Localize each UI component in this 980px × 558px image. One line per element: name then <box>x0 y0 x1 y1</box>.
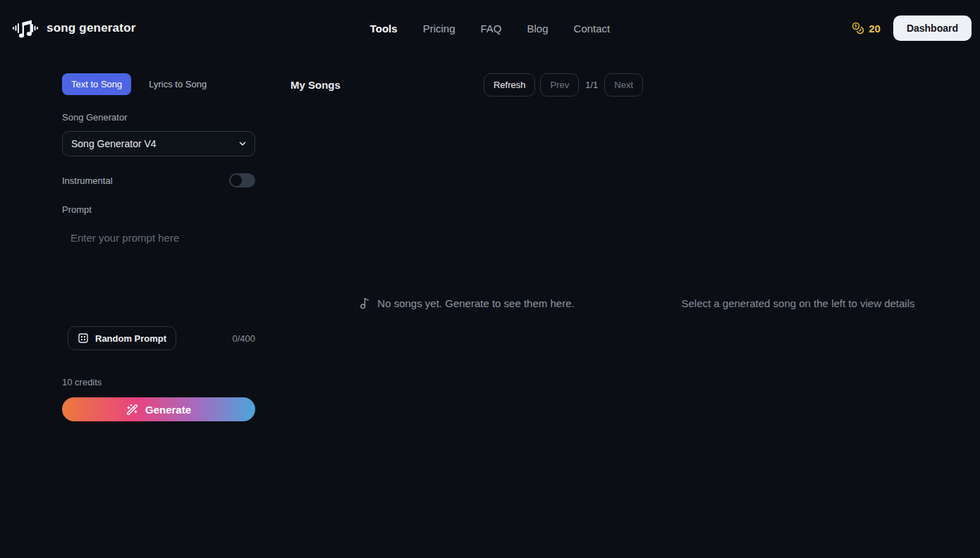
model-label: Song Generator <box>62 112 255 123</box>
songs-empty-state: No songs yet. Generate to see them here. <box>290 96 643 510</box>
credits-badge: 20 <box>852 22 881 35</box>
brand[interactable]: song generator <box>11 14 136 42</box>
dashboard-button[interactable]: Dashboard <box>893 16 972 41</box>
top-navbar: song generator Tools Pricing FAQ Blog Co… <box>0 0 980 56</box>
random-prompt-label: Random Prompt <box>95 333 166 344</box>
tab-lyrics-to-song[interactable]: Lyrics to Song <box>140 73 216 95</box>
main-content: Text to Song Lyrics to Song Song Generat… <box>0 56 980 510</box>
refresh-button[interactable]: Refresh <box>484 73 536 97</box>
model-select-wrap: Song Generator V4 <box>62 131 255 156</box>
instrumental-row: Instrumental <box>62 173 255 187</box>
nav-pricing[interactable]: Pricing <box>423 23 455 35</box>
nav-faq[interactable]: FAQ <box>481 23 502 35</box>
brand-title: song generator <box>47 21 136 35</box>
magic-wand-icon <box>126 404 138 416</box>
my-songs-header: My Songs Refresh Prev 1/1 Next <box>290 73 643 96</box>
details-empty-message: Select a generated song on the left to v… <box>678 96 918 510</box>
nav-tools[interactable]: Tools <box>370 23 398 35</box>
toggle-knob <box>231 175 242 186</box>
main-nav: Tools Pricing FAQ Blog Contact <box>370 23 611 35</box>
prompt-label: Prompt <box>62 204 255 215</box>
random-prompt-button[interactable]: Random Prompt <box>68 326 176 350</box>
coins-icon <box>852 22 864 35</box>
next-page-button[interactable]: Next <box>604 73 643 97</box>
char-counter: 0/400 <box>232 333 255 344</box>
generator-panel: Text to Song Lyrics to Song Song Generat… <box>62 73 255 510</box>
dice-icon <box>78 333 89 344</box>
instrumental-label: Instrumental <box>62 175 113 186</box>
my-songs-panel: My Songs Refresh Prev 1/1 Next No songs … <box>290 73 643 510</box>
credits-count: 20 <box>869 23 881 35</box>
songs-empty-message: No songs yet. Generate to see them here. <box>377 297 574 309</box>
nav-blog[interactable]: Blog <box>527 23 549 35</box>
my-songs-title: My Songs <box>290 79 341 91</box>
songs-controls: Refresh Prev 1/1 Next <box>484 73 643 97</box>
music-note-icon <box>359 297 371 309</box>
music-note-logo-icon <box>11 14 39 42</box>
prompt-input[interactable] <box>62 222 255 322</box>
song-details-panel: Select a generated song on the left to v… <box>678 73 918 510</box>
credits-cost-text: 10 credits <box>62 377 255 388</box>
page-indicator: 1/1 <box>584 80 599 90</box>
mode-tabs: Text to Song Lyrics to Song <box>62 73 255 95</box>
generate-label: Generate <box>145 404 191 416</box>
prompt-footer: Random Prompt 0/400 <box>62 326 255 350</box>
instrumental-toggle[interactable] <box>229 173 255 187</box>
nav-contact[interactable]: Contact <box>574 23 611 35</box>
model-select[interactable]: Song Generator V4 <box>62 131 255 156</box>
generate-button[interactable]: Generate <box>62 397 255 421</box>
tab-text-to-song[interactable]: Text to Song <box>62 73 131 95</box>
header-right: 20 Dashboard <box>852 16 972 41</box>
prev-page-button[interactable]: Prev <box>540 73 579 97</box>
